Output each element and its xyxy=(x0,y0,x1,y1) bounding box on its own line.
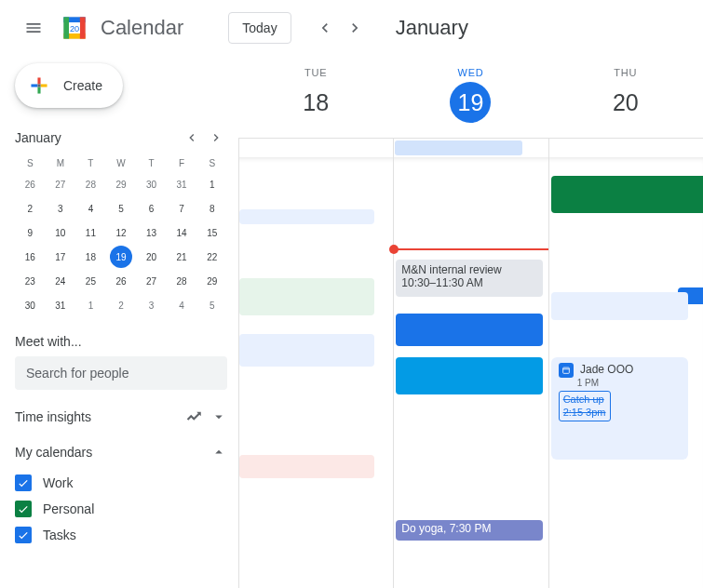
mini-day[interactable]: 16 xyxy=(19,246,41,268)
ooo-time: 1 PM xyxy=(577,378,681,388)
my-calendars-label: My calendars xyxy=(15,445,92,460)
mini-day[interactable]: 3 xyxy=(141,294,163,316)
mini-day[interactable]: 31 xyxy=(49,294,72,316)
event-block[interactable] xyxy=(239,334,374,367)
calendar-checkbox[interactable] xyxy=(15,474,32,491)
time-insights-label: Time insights xyxy=(15,409,91,424)
mini-day[interactable]: 24 xyxy=(49,270,72,292)
day-of-week: THU xyxy=(548,67,703,78)
mini-day[interactable]: 17 xyxy=(49,246,72,268)
mini-day[interactable]: 13 xyxy=(141,221,163,244)
event-block[interactable] xyxy=(239,455,374,478)
mini-day[interactable]: 2 xyxy=(19,197,41,220)
event-block[interactable] xyxy=(396,357,542,394)
allday-cell[interactable] xyxy=(393,139,548,157)
day-number[interactable]: 20 xyxy=(605,82,646,123)
mini-day[interactable]: 8 xyxy=(201,197,223,220)
mini-prev-month[interactable] xyxy=(181,127,203,149)
mini-day[interactable]: 4 xyxy=(170,294,193,316)
mini-day[interactable]: 3 xyxy=(49,197,72,220)
menu-button[interactable] xyxy=(15,9,52,47)
calendar-checkbox[interactable] xyxy=(15,527,32,543)
event-block[interactable] xyxy=(551,176,703,213)
mini-day[interactable]: 26 xyxy=(110,270,132,292)
next-period-button[interactable] xyxy=(340,13,370,43)
mini-day[interactable]: 5 xyxy=(110,197,132,220)
chevron-left-icon xyxy=(184,130,199,145)
chevron-right-icon xyxy=(209,130,223,145)
calendar-item[interactable]: Personal xyxy=(15,496,227,522)
mini-day[interactable]: 14 xyxy=(170,221,193,244)
mini-day[interactable]: 30 xyxy=(141,173,163,195)
calendar-logo: 20 xyxy=(60,13,89,43)
mini-day[interactable]: 18 xyxy=(79,246,101,268)
event-yoga[interactable]: Do yoga, 7:30 PM xyxy=(396,520,542,541)
mini-calendar: SMTWTFS262728293031123456789101112131415… xyxy=(15,154,227,317)
event-block[interactable] xyxy=(396,314,542,346)
mini-day[interactable]: 19 xyxy=(110,246,132,268)
mini-day[interactable]: 21 xyxy=(170,246,193,268)
mini-next-month[interactable] xyxy=(205,127,227,149)
mini-day[interactable]: 5 xyxy=(201,294,223,316)
svg-rect-7 xyxy=(37,84,40,87)
mini-day[interactable]: 7 xyxy=(170,197,193,220)
svg-text:20: 20 xyxy=(70,24,79,33)
allday-event[interactable] xyxy=(395,140,522,155)
mini-day[interactable]: 30 xyxy=(19,294,41,316)
day-number[interactable]: 18 xyxy=(295,82,336,123)
mini-day[interactable]: 2 xyxy=(110,294,132,316)
mini-day[interactable]: 28 xyxy=(170,270,193,292)
mini-day[interactable]: 4 xyxy=(79,197,101,220)
mini-day[interactable]: 6 xyxy=(141,197,163,220)
mini-day[interactable]: 26 xyxy=(19,173,41,195)
event-block[interactable] xyxy=(551,292,688,320)
day-column-thu[interactable]: Jade OOO 1 PM Catch up 2:15 3pm xyxy=(548,157,703,588)
mini-day[interactable]: 29 xyxy=(201,270,223,292)
ooo-card[interactable]: Jade OOO 1 PM Catch up 2:15 3pm xyxy=(551,357,688,460)
calendar-item[interactable]: Work xyxy=(15,470,227,496)
mini-day[interactable]: 22 xyxy=(201,246,223,268)
day-header[interactable]: THU20 xyxy=(548,56,703,138)
day-number[interactable]: 19 xyxy=(450,82,491,123)
mini-day[interactable]: 23 xyxy=(19,270,41,292)
mini-day[interactable]: 15 xyxy=(201,221,223,244)
mini-day[interactable]: 11 xyxy=(79,221,101,244)
mini-day[interactable]: 28 xyxy=(79,173,101,195)
event-block[interactable] xyxy=(239,209,374,224)
day-header[interactable]: TUE18 xyxy=(238,56,393,138)
create-button[interactable]: Create xyxy=(15,63,123,108)
my-calendars-row[interactable]: My calendars xyxy=(15,444,227,461)
mini-day[interactable]: 1 xyxy=(79,294,101,316)
mini-day[interactable]: 10 xyxy=(49,221,72,244)
mini-day[interactable]: 12 xyxy=(110,221,132,244)
day-column-wed[interactable]: M&N internal review 10:30–11:30 AM Do yo… xyxy=(393,157,548,588)
crossed-event[interactable]: Catch up 2:15 3pm xyxy=(559,391,611,421)
mini-dow: S xyxy=(15,154,46,172)
today-button[interactable]: Today xyxy=(228,12,291,44)
event-mn-review[interactable]: M&N internal review 10:30–11:30 AM xyxy=(396,260,542,297)
check-icon xyxy=(17,502,30,515)
mini-day[interactable]: 25 xyxy=(79,270,101,292)
svg-rect-4 xyxy=(80,17,86,38)
mini-day[interactable]: 29 xyxy=(110,173,132,195)
mini-day[interactable]: 27 xyxy=(49,173,72,195)
day-column-tue[interactable] xyxy=(238,157,393,588)
calendar-checkbox[interactable] xyxy=(15,501,32,517)
event-title: M&N internal review xyxy=(401,263,536,276)
mini-day[interactable]: 27 xyxy=(141,270,163,292)
prev-period-button[interactable] xyxy=(310,13,340,43)
allday-cell[interactable] xyxy=(548,139,703,157)
mini-day[interactable]: 1 xyxy=(201,173,223,195)
event-title: Do yoga, 7:30 PM xyxy=(401,522,491,535)
day-header[interactable]: WED19 xyxy=(393,56,548,138)
event-block[interactable] xyxy=(239,278,374,315)
mini-day[interactable]: 31 xyxy=(170,173,193,195)
time-insights-row[interactable]: Time insights xyxy=(15,408,227,425)
mini-day[interactable]: 9 xyxy=(19,221,41,244)
search-people-input[interactable] xyxy=(15,356,227,390)
allday-cell[interactable] xyxy=(238,139,393,157)
calendar-item[interactable]: Tasks xyxy=(15,522,227,548)
plus-icon xyxy=(26,73,52,99)
meet-with-label: Meet with... xyxy=(15,334,227,349)
mini-day[interactable]: 20 xyxy=(141,246,163,268)
